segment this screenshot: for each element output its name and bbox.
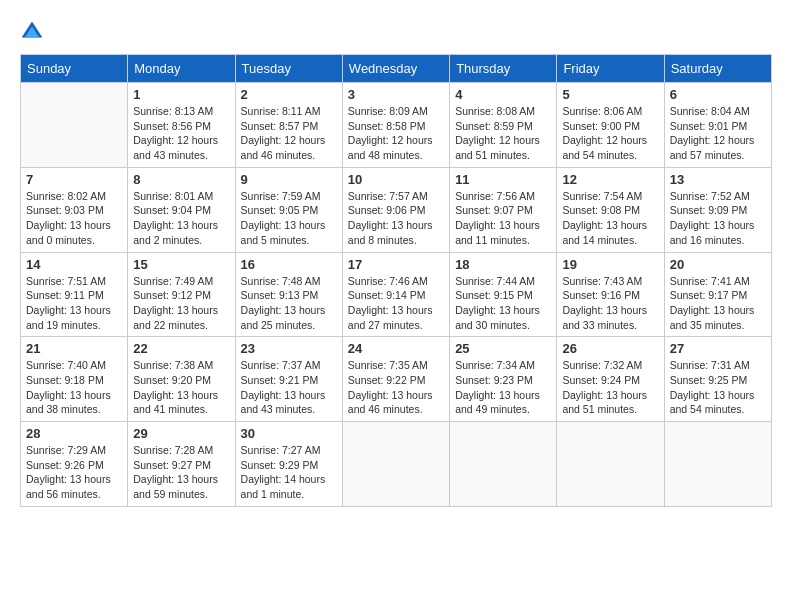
day-number: 23 [241, 341, 337, 356]
weekday-header-row: SundayMondayTuesdayWednesdayThursdayFrid… [21, 55, 772, 83]
day-number: 11 [455, 172, 551, 187]
day-info: Sunrise: 8:09 AM Sunset: 8:58 PM Dayligh… [348, 104, 444, 163]
weekday-header-thursday: Thursday [450, 55, 557, 83]
day-info: Sunrise: 8:11 AM Sunset: 8:57 PM Dayligh… [241, 104, 337, 163]
day-number: 2 [241, 87, 337, 102]
day-info: Sunrise: 8:06 AM Sunset: 9:00 PM Dayligh… [562, 104, 658, 163]
day-number: 25 [455, 341, 551, 356]
day-cell: 1Sunrise: 8:13 AM Sunset: 8:56 PM Daylig… [128, 83, 235, 168]
day-cell: 18Sunrise: 7:44 AM Sunset: 9:15 PM Dayli… [450, 252, 557, 337]
day-info: Sunrise: 7:46 AM Sunset: 9:14 PM Dayligh… [348, 274, 444, 333]
day-cell: 12Sunrise: 7:54 AM Sunset: 9:08 PM Dayli… [557, 167, 664, 252]
day-info: Sunrise: 7:49 AM Sunset: 9:12 PM Dayligh… [133, 274, 229, 333]
day-cell: 2Sunrise: 8:11 AM Sunset: 8:57 PM Daylig… [235, 83, 342, 168]
day-number: 5 [562, 87, 658, 102]
logo [20, 20, 48, 44]
day-cell [21, 83, 128, 168]
day-info: Sunrise: 7:29 AM Sunset: 9:26 PM Dayligh… [26, 443, 122, 502]
day-info: Sunrise: 7:34 AM Sunset: 9:23 PM Dayligh… [455, 358, 551, 417]
day-info: Sunrise: 7:59 AM Sunset: 9:05 PM Dayligh… [241, 189, 337, 248]
day-cell: 10Sunrise: 7:57 AM Sunset: 9:06 PM Dayli… [342, 167, 449, 252]
day-info: Sunrise: 8:02 AM Sunset: 9:03 PM Dayligh… [26, 189, 122, 248]
day-cell: 29Sunrise: 7:28 AM Sunset: 9:27 PM Dayli… [128, 422, 235, 507]
day-cell: 28Sunrise: 7:29 AM Sunset: 9:26 PM Dayli… [21, 422, 128, 507]
day-cell: 21Sunrise: 7:40 AM Sunset: 9:18 PM Dayli… [21, 337, 128, 422]
day-cell: 8Sunrise: 8:01 AM Sunset: 9:04 PM Daylig… [128, 167, 235, 252]
day-info: Sunrise: 8:08 AM Sunset: 8:59 PM Dayligh… [455, 104, 551, 163]
day-info: Sunrise: 7:56 AM Sunset: 9:07 PM Dayligh… [455, 189, 551, 248]
day-cell: 25Sunrise: 7:34 AM Sunset: 9:23 PM Dayli… [450, 337, 557, 422]
day-number: 7 [26, 172, 122, 187]
weekday-header-tuesday: Tuesday [235, 55, 342, 83]
weekday-header-friday: Friday [557, 55, 664, 83]
day-number: 29 [133, 426, 229, 441]
day-number: 4 [455, 87, 551, 102]
day-info: Sunrise: 7:57 AM Sunset: 9:06 PM Dayligh… [348, 189, 444, 248]
day-info: Sunrise: 8:04 AM Sunset: 9:01 PM Dayligh… [670, 104, 766, 163]
day-number: 19 [562, 257, 658, 272]
day-info: Sunrise: 7:48 AM Sunset: 9:13 PM Dayligh… [241, 274, 337, 333]
day-cell: 14Sunrise: 7:51 AM Sunset: 9:11 PM Dayli… [21, 252, 128, 337]
day-number: 24 [348, 341, 444, 356]
weekday-header-sunday: Sunday [21, 55, 128, 83]
header [20, 20, 772, 44]
day-info: Sunrise: 7:51 AM Sunset: 9:11 PM Dayligh… [26, 274, 122, 333]
week-row-2: 7Sunrise: 8:02 AM Sunset: 9:03 PM Daylig… [21, 167, 772, 252]
day-info: Sunrise: 7:37 AM Sunset: 9:21 PM Dayligh… [241, 358, 337, 417]
day-number: 1 [133, 87, 229, 102]
day-cell: 3Sunrise: 8:09 AM Sunset: 8:58 PM Daylig… [342, 83, 449, 168]
day-cell: 9Sunrise: 7:59 AM Sunset: 9:05 PM Daylig… [235, 167, 342, 252]
day-cell: 6Sunrise: 8:04 AM Sunset: 9:01 PM Daylig… [664, 83, 771, 168]
day-number: 9 [241, 172, 337, 187]
week-row-1: 1Sunrise: 8:13 AM Sunset: 8:56 PM Daylig… [21, 83, 772, 168]
day-cell: 4Sunrise: 8:08 AM Sunset: 8:59 PM Daylig… [450, 83, 557, 168]
weekday-header-monday: Monday [128, 55, 235, 83]
day-cell: 27Sunrise: 7:31 AM Sunset: 9:25 PM Dayli… [664, 337, 771, 422]
day-number: 27 [670, 341, 766, 356]
day-number: 17 [348, 257, 444, 272]
day-cell: 5Sunrise: 8:06 AM Sunset: 9:00 PM Daylig… [557, 83, 664, 168]
day-info: Sunrise: 7:32 AM Sunset: 9:24 PM Dayligh… [562, 358, 658, 417]
weekday-header-wednesday: Wednesday [342, 55, 449, 83]
day-number: 6 [670, 87, 766, 102]
day-number: 3 [348, 87, 444, 102]
calendar-table: SundayMondayTuesdayWednesdayThursdayFrid… [20, 54, 772, 507]
day-info: Sunrise: 7:44 AM Sunset: 9:15 PM Dayligh… [455, 274, 551, 333]
day-info: Sunrise: 7:35 AM Sunset: 9:22 PM Dayligh… [348, 358, 444, 417]
day-info: Sunrise: 7:43 AM Sunset: 9:16 PM Dayligh… [562, 274, 658, 333]
day-number: 21 [26, 341, 122, 356]
day-cell: 24Sunrise: 7:35 AM Sunset: 9:22 PM Dayli… [342, 337, 449, 422]
day-info: Sunrise: 7:38 AM Sunset: 9:20 PM Dayligh… [133, 358, 229, 417]
day-info: Sunrise: 7:54 AM Sunset: 9:08 PM Dayligh… [562, 189, 658, 248]
day-info: Sunrise: 7:40 AM Sunset: 9:18 PM Dayligh… [26, 358, 122, 417]
week-row-3: 14Sunrise: 7:51 AM Sunset: 9:11 PM Dayli… [21, 252, 772, 337]
day-number: 20 [670, 257, 766, 272]
day-cell [342, 422, 449, 507]
day-number: 10 [348, 172, 444, 187]
week-row-4: 21Sunrise: 7:40 AM Sunset: 9:18 PM Dayli… [21, 337, 772, 422]
day-cell: 23Sunrise: 7:37 AM Sunset: 9:21 PM Dayli… [235, 337, 342, 422]
day-cell [557, 422, 664, 507]
day-cell: 26Sunrise: 7:32 AM Sunset: 9:24 PM Dayli… [557, 337, 664, 422]
day-cell: 19Sunrise: 7:43 AM Sunset: 9:16 PM Dayli… [557, 252, 664, 337]
day-number: 16 [241, 257, 337, 272]
day-number: 28 [26, 426, 122, 441]
day-cell: 15Sunrise: 7:49 AM Sunset: 9:12 PM Dayli… [128, 252, 235, 337]
day-info: Sunrise: 7:27 AM Sunset: 9:29 PM Dayligh… [241, 443, 337, 502]
day-cell [664, 422, 771, 507]
day-number: 26 [562, 341, 658, 356]
day-cell: 22Sunrise: 7:38 AM Sunset: 9:20 PM Dayli… [128, 337, 235, 422]
day-cell [450, 422, 557, 507]
day-number: 18 [455, 257, 551, 272]
week-row-5: 28Sunrise: 7:29 AM Sunset: 9:26 PM Dayli… [21, 422, 772, 507]
day-number: 8 [133, 172, 229, 187]
day-info: Sunrise: 7:52 AM Sunset: 9:09 PM Dayligh… [670, 189, 766, 248]
day-number: 15 [133, 257, 229, 272]
weekday-header-saturday: Saturday [664, 55, 771, 83]
day-cell: 30Sunrise: 7:27 AM Sunset: 9:29 PM Dayli… [235, 422, 342, 507]
day-number: 14 [26, 257, 122, 272]
logo-icon [20, 20, 44, 44]
day-info: Sunrise: 7:41 AM Sunset: 9:17 PM Dayligh… [670, 274, 766, 333]
day-number: 13 [670, 172, 766, 187]
day-cell: 20Sunrise: 7:41 AM Sunset: 9:17 PM Dayli… [664, 252, 771, 337]
